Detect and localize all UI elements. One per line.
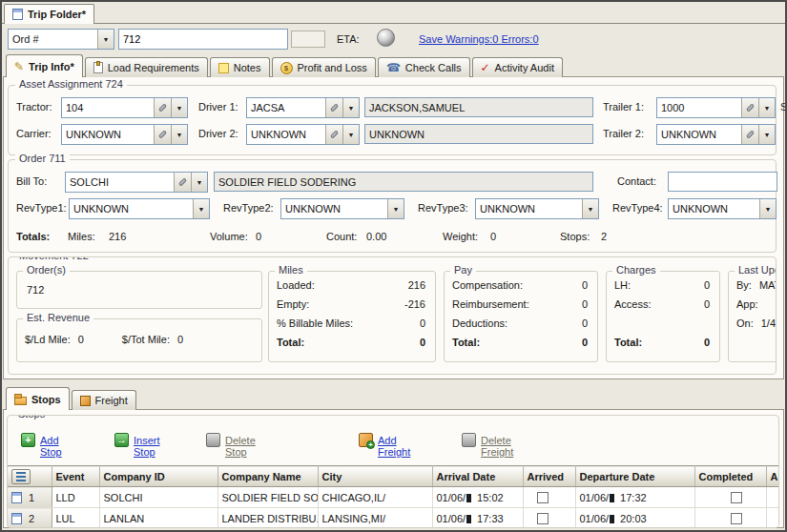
delete-freight-icon[interactable] [462, 433, 476, 447]
carrier-dropdown-button[interactable]: ▼ [171, 125, 187, 144]
col-departure-date[interactable]: Departure Date [575, 466, 694, 487]
driver2-dropdown-button[interactable]: ▼ [342, 125, 359, 144]
aux-field[interactable] [291, 31, 325, 48]
row-header-2[interactable]: 2 [8, 508, 52, 529]
cell-clipped[interactable] [766, 508, 779, 529]
add-freight-icon[interactable]: + [359, 433, 373, 447]
billto-combo[interactable]: SOLCHI ▼ [65, 172, 208, 193]
carrier-value[interactable]: UNKNOWN [62, 125, 154, 144]
col-city[interactable]: City [318, 466, 432, 487]
tractor-combo[interactable]: 104 ▼ [61, 97, 188, 118]
cell-arrived[interactable] [523, 508, 575, 529]
contact-input[interactable] [668, 172, 777, 192]
trailer1-lookup-button[interactable] [741, 98, 758, 117]
order-number-type-value[interactable]: Ord # [9, 30, 97, 49]
driver1-name-field[interactable]: JACKSON,SAMUEL [364, 97, 593, 117]
revtype1-dropdown-button[interactable]: ▼ [193, 199, 209, 218]
driver2-lookup-button[interactable] [325, 125, 342, 144]
driver1-lookup-button[interactable] [325, 98, 342, 117]
trailer2-combo[interactable]: UNKNOWN ▼ [656, 124, 776, 145]
tab-profit-and-loss[interactable]: $ Profit and Loss [272, 57, 376, 77]
trailer2-value[interactable]: UNKNOWN [657, 125, 741, 144]
trailer2-lookup-button[interactable] [741, 125, 758, 144]
carrier-combo[interactable]: UNKNOWN ▼ [61, 124, 188, 145]
driver2-name-field[interactable]: UNKNOWN [364, 124, 593, 144]
cell-company-id[interactable]: SOLCHI [99, 487, 217, 508]
grid-corner-header[interactable] [8, 466, 52, 487]
cell-arrived[interactable] [523, 487, 575, 508]
order-number-input[interactable] [118, 29, 288, 50]
arrived-checkbox[interactable] [537, 513, 549, 524]
cell-clipped[interactable] [766, 487, 779, 508]
revtype2-combo[interactable]: UNKNOWN ▼ [280, 198, 404, 219]
delete-freight-link[interactable]: Delete Freight [481, 435, 513, 458]
delete-stop-link[interactable]: Delete Stop [225, 435, 256, 458]
tractor-dropdown-button[interactable]: ▼ [171, 98, 187, 117]
col-company-name[interactable]: Company Name [217, 466, 318, 487]
revtype3-value[interactable]: UNKNOWN [476, 199, 582, 218]
row-header-1[interactable]: 1 [8, 487, 52, 508]
revtype4-combo[interactable]: UNKNOWN ▼ [668, 198, 777, 219]
trailer2-dropdown-button[interactable]: ▼ [758, 125, 775, 144]
arrived-checkbox[interactable] [537, 492, 549, 503]
billto-lookup-button[interactable] [174, 173, 191, 192]
cell-company-id[interactable]: LANLAN [99, 508, 217, 529]
revtype4-dropdown-button[interactable]: ▼ [759, 199, 776, 218]
trailer1-value[interactable]: 1000 [657, 98, 741, 117]
driver2-value[interactable]: UNKNOWN [247, 125, 325, 144]
cell-company-name[interactable]: SOLDIER FIELD SO... [217, 487, 318, 508]
cell-completed[interactable] [694, 487, 766, 508]
delete-stop-icon[interactable] [206, 433, 220, 447]
col-company-id[interactable]: Company ID [99, 466, 217, 487]
tab-stops[interactable]: Stops [6, 387, 70, 410]
trailer1-combo[interactable]: 1000 ▼ [656, 97, 776, 118]
completed-checkbox[interactable] [731, 513, 742, 524]
col-arrived[interactable]: Arrived [523, 466, 575, 487]
cell-event[interactable]: LUL [52, 508, 99, 529]
save-warnings-link[interactable]: Save Warnings:0 Errors:0 [419, 33, 539, 45]
driver1-value[interactable]: JACSA [247, 98, 325, 117]
cell-arrival-date[interactable]: 01/06/17:33 [432, 508, 523, 529]
tab-check-calls[interactable]: ☎ Check Calls [378, 57, 470, 77]
add-freight-link[interactable]: Add Freight [378, 435, 410, 458]
carrier-lookup-button[interactable] [154, 125, 171, 144]
cell-departure-date[interactable]: 01/06/17:32 [575, 487, 694, 508]
billto-value[interactable]: SOLCHI [66, 173, 174, 192]
revtype1-combo[interactable]: UNKNOWN ▼ [69, 198, 210, 219]
cell-company-name[interactable]: LANDER DISTRIBU... [217, 508, 318, 529]
revtype3-combo[interactable]: UNKNOWN ▼ [475, 198, 599, 219]
trailer1-dropdown-button[interactable]: ▼ [758, 98, 775, 117]
cell-city[interactable]: LANSING,MI/ [318, 508, 432, 529]
insert-stop-icon[interactable]: → [114, 433, 129, 447]
cell-completed[interactable] [694, 508, 766, 529]
billto-dropdown-button[interactable]: ▼ [191, 173, 207, 192]
revtype4-value[interactable]: UNKNOWN [669, 199, 759, 218]
tab-activity-audit[interactable]: ✓ Activity Audit [472, 57, 563, 77]
tractor-value[interactable]: 104 [62, 98, 154, 117]
sort-button[interactable] [11, 469, 31, 484]
order-number-type-dropdown-button[interactable]: ▼ [97, 30, 114, 49]
billto-name-field[interactable]: SOLDIER FIELD SODERING [214, 172, 593, 192]
driver1-combo[interactable]: JACSA ▼ [246, 97, 360, 118]
order-number-type-combo[interactable]: Ord # ▼ [8, 29, 114, 50]
driver1-dropdown-button[interactable]: ▼ [342, 98, 359, 117]
cell-arrival-date[interactable]: 01/06/15:02 [432, 487, 523, 508]
cell-event[interactable]: LLD [52, 487, 99, 508]
completed-checkbox[interactable] [731, 492, 742, 503]
cell-departure-date[interactable]: 01/06/20:03 [575, 508, 694, 529]
revtype1-value[interactable]: UNKNOWN [70, 199, 193, 218]
tab-notes[interactable]: Notes [210, 57, 270, 77]
tractor-lookup-button[interactable] [154, 98, 171, 117]
tab-trip-info[interactable]: ✎ Trip Info* [6, 54, 83, 77]
col-completed[interactable]: Completed [694, 466, 766, 487]
col-clipped[interactable]: A [766, 466, 779, 487]
add-stop-icon[interactable]: + [21, 433, 35, 447]
tab-load-requirements[interactable]: Load Requirements [85, 57, 208, 77]
col-arrival-date[interactable]: Arrival Date [432, 466, 523, 487]
add-stop-link[interactable]: Add Stop [40, 435, 62, 458]
insert-stop-link[interactable]: Insert Stop [134, 435, 160, 458]
revtype2-dropdown-button[interactable]: ▼ [387, 199, 404, 218]
driver2-combo[interactable]: UNKNOWN ▼ [246, 124, 360, 145]
revtype2-value[interactable]: UNKNOWN [281, 199, 387, 218]
tab-freight[interactable]: Freight [72, 390, 136, 410]
